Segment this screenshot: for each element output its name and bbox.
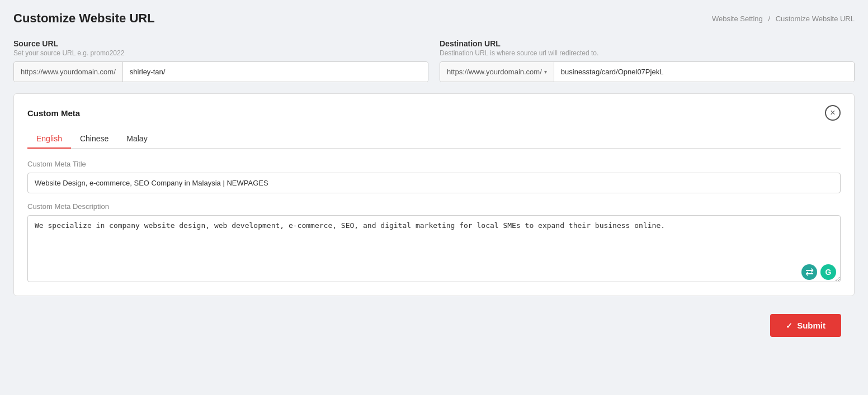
destination-url-input-row: https://www.yourdomain.com/ ▾	[440, 61, 855, 82]
page-footer: ✓ Submit	[13, 307, 855, 344]
card-header: Custom Meta ×	[27, 105, 841, 121]
grammarly-icon-symbol: G	[825, 268, 832, 277]
custom-meta-card: Custom Meta × English Chinese Malay Cust…	[13, 93, 855, 296]
custom-meta-title: Custom Meta	[27, 108, 80, 118]
meta-description-label: Custom Meta Description	[27, 202, 841, 211]
textarea-toolbar: ⇄ G	[801, 264, 836, 280]
destination-url-prefix-text: https://www.yourdomain.com/	[447, 68, 542, 76]
destination-url-input[interactable]	[554, 62, 854, 82]
source-url-input-row: https://www.yourdomain.com/	[13, 61, 428, 82]
destination-url-prefix[interactable]: https://www.yourdomain.com/ ▾	[440, 62, 554, 82]
checkmark-icon: ✓	[786, 321, 792, 330]
source-url-label: Source URL	[13, 39, 428, 48]
tab-chinese[interactable]: Chinese	[71, 130, 117, 149]
breadcrumb-current: Customize Website URL	[776, 15, 855, 23]
translate-icon[interactable]: ⇄	[801, 264, 817, 280]
meta-description-input[interactable]	[27, 215, 841, 282]
breadcrumb-separator: /	[768, 15, 770, 23]
source-url-group: Source URL Set your source URL e.g. prom…	[13, 39, 428, 82]
destination-url-label: Destination URL	[440, 39, 855, 48]
submit-button[interactable]: ✓ Submit	[770, 314, 841, 337]
close-button[interactable]: ×	[825, 105, 841, 121]
chevron-down-icon: ▾	[544, 69, 547, 75]
meta-description-wrapper: ⇄ G	[27, 215, 841, 284]
submit-label: Submit	[797, 321, 825, 330]
source-url-hint: Set your source URL e.g. promo2022	[13, 49, 428, 57]
translate-icon-symbol: ⇄	[805, 266, 814, 278]
source-url-prefix: https://www.yourdomain.com/	[14, 62, 123, 82]
tab-english[interactable]: English	[27, 130, 71, 149]
source-url-input[interactable]	[123, 62, 428, 82]
destination-url-group: Destination URL Destination URL is where…	[440, 39, 855, 82]
breadcrumb: Website Setting / Customize Website URL	[712, 15, 855, 23]
page-title: Customize Website URL	[13, 11, 155, 26]
destination-url-hint: Destination URL is where source url will…	[440, 49, 855, 57]
meta-title-label: Custom Meta Title	[27, 160, 841, 168]
grammarly-icon[interactable]: G	[820, 264, 836, 280]
language-tabs: English Chinese Malay	[27, 130, 841, 149]
tab-malay[interactable]: Malay	[117, 130, 156, 149]
meta-title-input[interactable]	[27, 173, 841, 193]
breadcrumb-parent: Website Setting	[712, 15, 763, 23]
